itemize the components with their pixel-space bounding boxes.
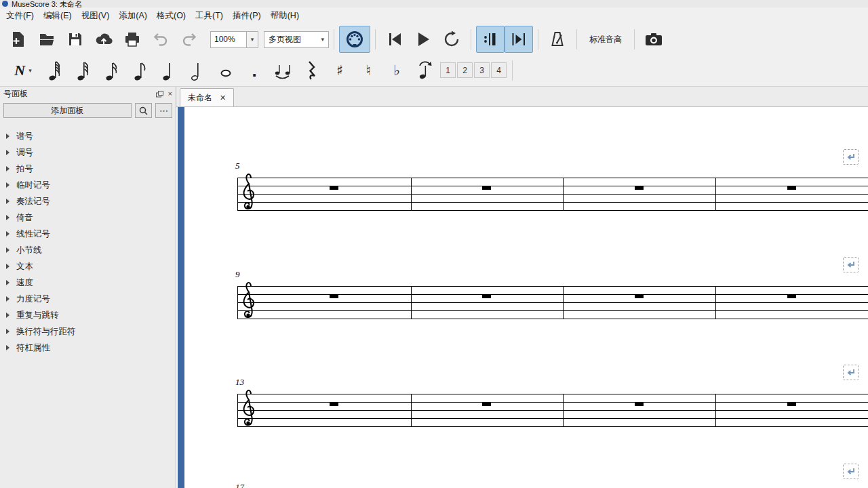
palette-item-repeats-jumps[interactable]: 重复与跳转	[0, 307, 176, 323]
barline[interactable]	[411, 286, 412, 319]
duration-32nd-button[interactable]	[69, 57, 98, 84]
play-repeats-toggle[interactable]	[476, 26, 505, 53]
tie-button[interactable]	[269, 57, 297, 84]
note-input-mode-button[interactable]: N ▾	[5, 57, 41, 84]
loop-playback-button[interactable]	[437, 26, 466, 53]
palette-item-clefs[interactable]: 谱号	[0, 128, 176, 144]
whole-measure-rest[interactable]	[635, 294, 644, 298]
expand-arrow-icon[interactable]	[6, 199, 9, 204]
whole-measure-rest[interactable]	[482, 402, 491, 406]
expand-arrow-icon[interactable]	[6, 264, 9, 269]
palette-item-key-signatures[interactable]: 调号	[0, 144, 176, 161]
play-button[interactable]	[409, 26, 437, 53]
close-tab-icon[interactable]: ✕	[220, 94, 226, 102]
concert-pitch-button[interactable]: 标准音高	[582, 29, 629, 50]
rest-button[interactable]	[297, 57, 326, 84]
whole-measure-rest[interactable]	[787, 186, 796, 190]
palette-item-accidentals[interactable]: 临时记号	[0, 177, 176, 193]
staff-system-2[interactable]: 9	[237, 286, 868, 319]
expand-arrow-icon[interactable]	[6, 296, 9, 302]
redo-button[interactable]	[175, 26, 203, 53]
barline[interactable]	[563, 178, 564, 211]
barline[interactable]	[715, 394, 716, 427]
augmentation-dot-button[interactable]: .	[240, 57, 269, 84]
duration-eighth-button[interactable]	[126, 57, 155, 84]
pan-score-toggle[interactable]	[505, 26, 533, 53]
float-panel-icon[interactable]	[156, 91, 163, 98]
duration-64th-button[interactable]	[41, 57, 69, 84]
metronome-toggle[interactable]	[543, 26, 572, 53]
palette-item-barlines[interactable]: 小节线	[0, 242, 176, 258]
palette-item-grace-notes[interactable]: 倚音	[0, 209, 176, 226]
duration-whole-button[interactable]	[212, 57, 240, 84]
barline[interactable]	[715, 178, 716, 211]
voice-3-button[interactable]: 3	[474, 62, 490, 78]
palette-item-time-signatures[interactable]: 拍号	[0, 161, 176, 177]
natural-button[interactable]: ♮	[354, 57, 382, 84]
whole-measure-rest[interactable]	[482, 294, 491, 298]
system-break-marker[interactable]	[843, 257, 859, 272]
expand-arrow-icon[interactable]	[6, 231, 9, 237]
barline[interactable]	[411, 394, 412, 427]
save-online-button[interactable]	[90, 26, 118, 53]
menu-help[interactable]: 帮助(H)	[266, 7, 304, 24]
voice-4-button[interactable]: 4	[491, 62, 507, 78]
expand-arrow-icon[interactable]	[6, 345, 9, 350]
palette-options-button[interactable]: ⋯	[155, 103, 172, 118]
whole-measure-rest[interactable]	[787, 294, 796, 298]
palette-item-dynamics[interactable]: 力度记号	[0, 291, 176, 307]
palette-item-text[interactable]: 文本	[0, 258, 176, 274]
palette-item-beam-properties[interactable]: 符杠属性	[0, 340, 176, 356]
whole-measure-rest[interactable]	[482, 186, 491, 190]
score-tab-untitled[interactable]: 未命名 ✕	[180, 88, 234, 106]
sharp-button[interactable]: ♯	[326, 57, 354, 84]
system-break-marker[interactable]	[843, 149, 859, 165]
view-mode-select[interactable]: 多页视图 ▾	[264, 31, 329, 48]
undo-button[interactable]	[146, 26, 175, 53]
expand-arrow-icon[interactable]	[6, 150, 9, 155]
menu-tools[interactable]: 工具(T)	[191, 7, 228, 24]
expand-arrow-icon[interactable]	[6, 280, 9, 285]
score-canvas[interactable]: 5 9	[176, 107, 868, 488]
barline[interactable]	[237, 286, 238, 319]
whole-measure-rest[interactable]	[330, 402, 338, 406]
search-palettes-button[interactable]	[135, 103, 152, 118]
flip-direction-button[interactable]	[411, 57, 439, 84]
expand-arrow-icon[interactable]	[6, 166, 9, 171]
save-button[interactable]	[61, 26, 90, 53]
staff-system-1[interactable]: 5	[237, 178, 868, 211]
menu-file[interactable]: 文件(F)	[1, 7, 39, 24]
staff-system-3[interactable]: 13	[237, 394, 868, 427]
palette-item-articulations[interactable]: 奏法记号	[0, 193, 176, 209]
barline[interactable]	[411, 178, 412, 211]
whole-measure-rest[interactable]	[330, 186, 338, 190]
palette-item-breaks-spacers[interactable]: 换行符与行距符	[0, 323, 176, 340]
expand-arrow-icon[interactable]	[6, 134, 9, 139]
menu-add[interactable]: 添加(A)	[114, 7, 152, 24]
whole-measure-rest[interactable]	[787, 402, 796, 406]
system-break-marker[interactable]	[843, 464, 859, 479]
menu-plugins[interactable]: 插件(P)	[228, 7, 266, 24]
palette-item-tempo[interactable]: 速度	[0, 274, 176, 291]
duration-quarter-button[interactable]	[155, 57, 183, 84]
barline[interactable]	[237, 178, 238, 211]
voice-1-button[interactable]: 1	[440, 62, 456, 78]
add-palettes-button[interactable]: 添加面板	[3, 103, 132, 118]
barline[interactable]	[715, 286, 716, 319]
print-button[interactable]	[118, 26, 146, 53]
close-panel-icon[interactable]: ×	[168, 90, 172, 98]
system-break-marker[interactable]	[843, 365, 859, 380]
midi-input-toggle[interactable]	[339, 26, 370, 53]
rewind-button[interactable]	[380, 26, 409, 53]
menu-view[interactable]: 视图(V)	[77, 7, 115, 24]
menu-format[interactable]: 格式(O)	[152, 7, 191, 24]
expand-arrow-icon[interactable]	[6, 247, 9, 253]
barline[interactable]	[563, 394, 564, 427]
barline[interactable]	[563, 286, 564, 319]
whole-measure-rest[interactable]	[330, 294, 338, 298]
flat-button[interactable]: ♭	[382, 57, 411, 84]
zoom-dropdown-button[interactable]: ▾	[247, 31, 258, 48]
duration-half-button[interactable]	[183, 57, 212, 84]
expand-arrow-icon[interactable]	[6, 312, 9, 318]
whole-measure-rest[interactable]	[635, 402, 644, 406]
